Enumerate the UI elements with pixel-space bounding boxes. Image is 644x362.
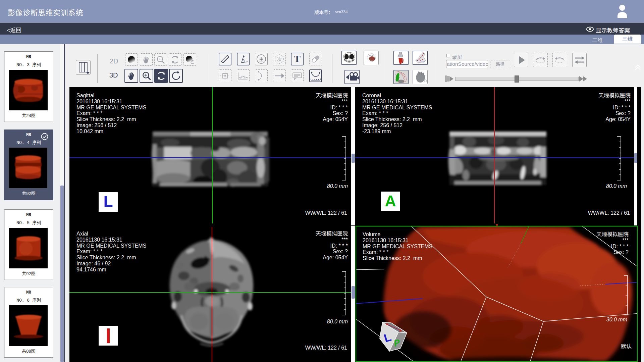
svg-text:次: 次 [277, 56, 282, 62]
svg-text:D: D [424, 78, 427, 83]
svg-text:主: 主 [259, 56, 264, 62]
